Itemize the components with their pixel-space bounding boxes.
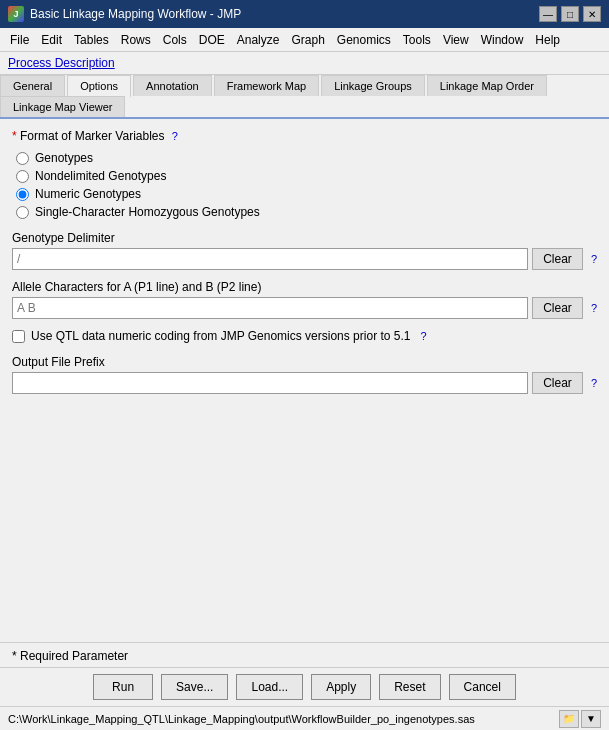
required-note: * Required Parameter [0, 643, 609, 667]
radio-single-char-label: Single-Character Homozygous Genotypes [35, 205, 260, 219]
output-prefix-section: Output File Prefix Clear ? [12, 355, 597, 394]
menu-tables[interactable]: Tables [68, 31, 115, 49]
tab-linkage-map-order[interactable]: Linkage Map Order [427, 75, 547, 96]
tab-framework-map[interactable]: Framework Map [214, 75, 319, 96]
output-prefix-clear-button[interactable]: Clear [532, 372, 583, 394]
radio-nondelimited-label: Nondelimited Genotypes [35, 169, 166, 183]
radio-genotypes-input[interactable] [16, 152, 29, 165]
tab-linkage-map-viewer[interactable]: Linkage Map Viewer [0, 96, 125, 117]
menu-help[interactable]: Help [529, 31, 566, 49]
menu-rows[interactable]: Rows [115, 31, 157, 49]
save-button[interactable]: Save... [161, 674, 228, 700]
output-prefix-label: Output File Prefix [12, 355, 597, 369]
radio-single-char[interactable]: Single-Character Homozygous Genotypes [16, 205, 597, 219]
close-button[interactable]: ✕ [583, 6, 601, 22]
radio-nondelimited[interactable]: Nondelimited Genotypes [16, 169, 597, 183]
qtl-checkbox-row: Use QTL data numeric coding from JMP Gen… [12, 329, 597, 343]
allele-characters-help-link[interactable]: ? [591, 302, 597, 314]
menu-window[interactable]: Window [475, 31, 530, 49]
process-description-bar: Process Description [0, 52, 609, 75]
genotype-delimiter-label: Genotype Delimiter [12, 231, 597, 245]
cancel-button[interactable]: Cancel [449, 674, 516, 700]
tab-linkage-groups[interactable]: Linkage Groups [321, 75, 425, 96]
genotype-delimiter-clear-button[interactable]: Clear [532, 248, 583, 270]
required-star: * [12, 129, 20, 143]
menu-tools[interactable]: Tools [397, 31, 437, 49]
radio-numeric-input[interactable] [16, 188, 29, 201]
genotype-delimiter-input[interactable] [12, 248, 528, 270]
radio-genotypes[interactable]: Genotypes [16, 151, 597, 165]
apply-button[interactable]: Apply [311, 674, 371, 700]
menu-view[interactable]: View [437, 31, 475, 49]
folder-icon-button[interactable]: 📁 [559, 710, 579, 728]
radio-nondelimited-input[interactable] [16, 170, 29, 183]
status-bar-right: 📁 ▼ [559, 710, 601, 728]
radio-genotypes-label: Genotypes [35, 151, 93, 165]
tab-general[interactable]: General [0, 75, 65, 96]
radio-numeric-label: Numeric Genotypes [35, 187, 141, 201]
minimize-button[interactable]: — [539, 6, 557, 22]
allele-characters-section: Allele Characters for A (P1 line) and B … [12, 280, 597, 319]
qtl-help-link[interactable]: ? [420, 330, 426, 342]
menu-cols[interactable]: Cols [157, 31, 193, 49]
status-bar: C:\Work\Linkage_Mapping_QTL\Linkage_Mapp… [0, 706, 609, 730]
format-label: Format of Marker Variables [20, 129, 165, 143]
app-icon: J [8, 6, 24, 22]
marker-format-radio-group: Genotypes Nondelimited Genotypes Numeric… [16, 151, 597, 219]
qtl-checkbox-label: Use QTL data numeric coding from JMP Gen… [31, 329, 410, 343]
qtl-checkbox[interactable] [12, 330, 25, 343]
format-section-header: * Format of Marker Variables ? [12, 129, 597, 143]
menu-analyze[interactable]: Analyze [231, 31, 286, 49]
format-help-link[interactable]: ? [172, 130, 178, 142]
title-bar: J Basic Linkage Mapping Workflow - JMP —… [0, 0, 609, 28]
menu-graph[interactable]: Graph [285, 31, 330, 49]
menu-file[interactable]: File [4, 31, 35, 49]
output-prefix-row: Clear ? [12, 372, 597, 394]
tab-annotation[interactable]: Annotation [133, 75, 212, 96]
allele-characters-clear-button[interactable]: Clear [532, 297, 583, 319]
menu-bar: File Edit Tables Rows Cols DOE Analyze G… [0, 28, 609, 52]
load-button[interactable]: Load... [236, 674, 303, 700]
button-bar: Run Save... Load... Apply Reset Cancel [0, 667, 609, 706]
status-path: C:\Work\Linkage_Mapping_QTL\Linkage_Mapp… [8, 713, 475, 725]
run-button[interactable]: Run [93, 674, 153, 700]
window-controls: — □ ✕ [539, 6, 601, 22]
radio-numeric[interactable]: Numeric Genotypes [16, 187, 597, 201]
radio-single-char-input[interactable] [16, 206, 29, 219]
title-bar-left: J Basic Linkage Mapping Workflow - JMP [8, 6, 241, 22]
genotype-delimiter-row: Clear ? [12, 248, 597, 270]
tabs-container: General Options Annotation Framework Map… [0, 75, 609, 119]
menu-doe[interactable]: DOE [193, 31, 231, 49]
menu-genomics[interactable]: Genomics [331, 31, 397, 49]
allele-characters-label: Allele Characters for A (P1 line) and B … [12, 280, 597, 294]
output-prefix-input[interactable] [12, 372, 528, 394]
maximize-button[interactable]: □ [561, 6, 579, 22]
genotype-delimiter-section: Genotype Delimiter Clear ? [12, 231, 597, 270]
arrow-icon-button[interactable]: ▼ [581, 710, 601, 728]
main-content: * Format of Marker Variables ? Genotypes… [0, 119, 609, 642]
menu-edit[interactable]: Edit [35, 31, 68, 49]
output-prefix-help-link[interactable]: ? [591, 377, 597, 389]
window-title: Basic Linkage Mapping Workflow - JMP [30, 7, 241, 21]
genotype-delimiter-help-link[interactable]: ? [591, 253, 597, 265]
tab-options[interactable]: Options [67, 75, 131, 98]
process-description-link[interactable]: Process Description [8, 56, 115, 70]
allele-characters-input[interactable] [12, 297, 528, 319]
bottom-area: * Required Parameter Run Save... Load...… [0, 642, 609, 706]
reset-button[interactable]: Reset [379, 674, 440, 700]
allele-characters-row: Clear ? [12, 297, 597, 319]
